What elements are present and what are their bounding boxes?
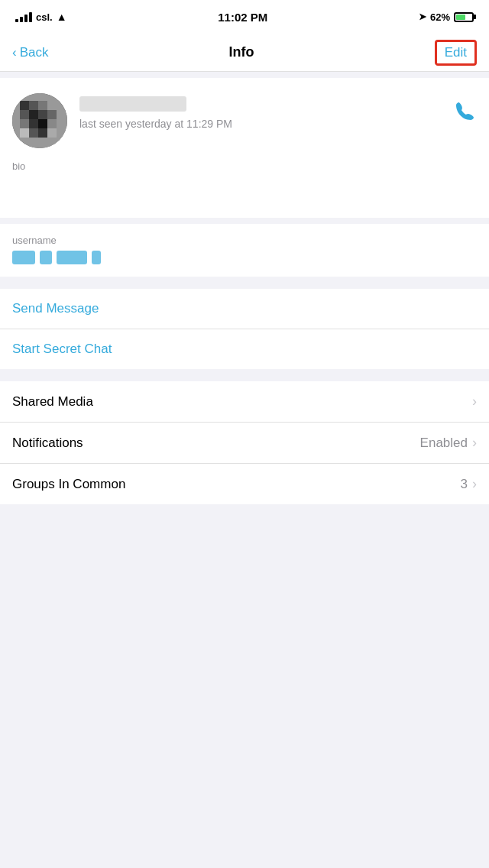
notifications-value: Enabled — [420, 436, 468, 451]
call-button[interactable] — [454, 99, 477, 128]
status-time: 11:02 PM — [218, 11, 267, 24]
username-blur-4 — [92, 251, 101, 264]
svg-rect-4 — [20, 110, 29, 119]
username-label: username — [12, 235, 477, 246]
svg-rect-15 — [20, 128, 29, 138]
avatar — [12, 93, 67, 148]
battery-percent: 62% — [430, 11, 450, 23]
section-separator-1 — [0, 218, 489, 224]
svg-rect-12 — [29, 128, 38, 138]
svg-rect-1 — [20, 101, 29, 110]
groups-in-common-row[interactable]: Groups In Common 3 › — [0, 464, 489, 504]
groups-in-common-value: 3 — [461, 477, 468, 492]
section-separator-2 — [0, 277, 489, 283]
status-right: ➤ 62% — [419, 11, 474, 23]
username-section: username — [0, 224, 489, 277]
signal-bar-1 — [15, 19, 18, 22]
notifications-right: Enabled › — [420, 435, 477, 451]
chevron-icon: › — [472, 394, 477, 410]
send-message-button[interactable]: Send Message — [0, 289, 489, 329]
chevron-icon: › — [472, 476, 477, 492]
edit-button[interactable]: Edit — [435, 40, 477, 66]
chevron-icon: › — [472, 435, 477, 451]
svg-rect-7 — [47, 110, 57, 119]
page-title: Info — [229, 44, 254, 60]
profile-name-blurred — [79, 96, 186, 112]
start-secret-chat-button[interactable]: Start Secret Chat — [0, 329, 489, 369]
actions-section: Send Message Start Secret Chat — [0, 289, 489, 369]
last-seen-label: last seen yesterday at 11:29 PM — [79, 118, 442, 130]
back-chevron-icon: ‹ — [12, 45, 17, 60]
username-blur-3 — [57, 251, 87, 264]
groups-in-common-label: Groups In Common — [12, 477, 125, 492]
avatar-svg — [12, 93, 67, 148]
username-blur-1 — [12, 251, 35, 264]
settings-section: Shared Media › Notifications Enabled › G… — [0, 381, 489, 504]
username-blur-2 — [40, 251, 52, 264]
signal-bars-icon — [15, 11, 32, 22]
svg-rect-8 — [20, 119, 29, 128]
shared-media-label: Shared Media — [12, 394, 93, 410]
status-left: csl. ▲ — [15, 11, 67, 23]
svg-rect-2 — [29, 101, 38, 110]
battery-icon — [454, 12, 474, 22]
wifi-icon: ▲ — [57, 11, 67, 23]
carrier-label: csl. — [36, 11, 53, 23]
svg-rect-14 — [47, 128, 57, 138]
profile-header: last seen yesterday at 11:29 PM — [12, 93, 477, 148]
svg-rect-11 — [47, 119, 57, 128]
back-label: Back — [20, 45, 49, 60]
svg-rect-6 — [38, 110, 47, 119]
back-button[interactable]: ‹ Back — [12, 45, 48, 60]
profile-info: last seen yesterday at 11:29 PM — [79, 93, 442, 130]
bio-value — [12, 175, 477, 206]
notifications-label: Notifications — [12, 436, 83, 451]
section-separator-3 — [0, 369, 489, 375]
location-icon: ➤ — [419, 11, 426, 22]
shared-media-right: › — [472, 394, 477, 410]
notifications-row[interactable]: Notifications Enabled › — [0, 423, 489, 464]
svg-rect-9 — [29, 119, 38, 128]
svg-rect-13 — [38, 128, 47, 138]
signal-bar-4 — [29, 12, 32, 22]
profile-section: last seen yesterday at 11:29 PM bio — [0, 78, 489, 218]
battery-fill — [456, 15, 465, 20]
svg-rect-5 — [29, 110, 38, 119]
signal-bar-2 — [20, 17, 23, 22]
avatar-image — [12, 93, 67, 148]
signal-bar-3 — [24, 15, 28, 22]
nav-bar: ‹ Back Info Edit — [0, 34, 489, 72]
shared-media-row[interactable]: Shared Media › — [0, 381, 489, 423]
svg-rect-3 — [38, 101, 47, 110]
username-row: username — [0, 224, 489, 277]
bio-label: bio — [12, 160, 477, 172]
status-bar: csl. ▲ 11:02 PM ➤ 62% — [0, 0, 489, 34]
svg-rect-10 — [38, 119, 47, 128]
username-blurred — [12, 249, 477, 266]
groups-in-common-right: 3 › — [461, 476, 477, 492]
